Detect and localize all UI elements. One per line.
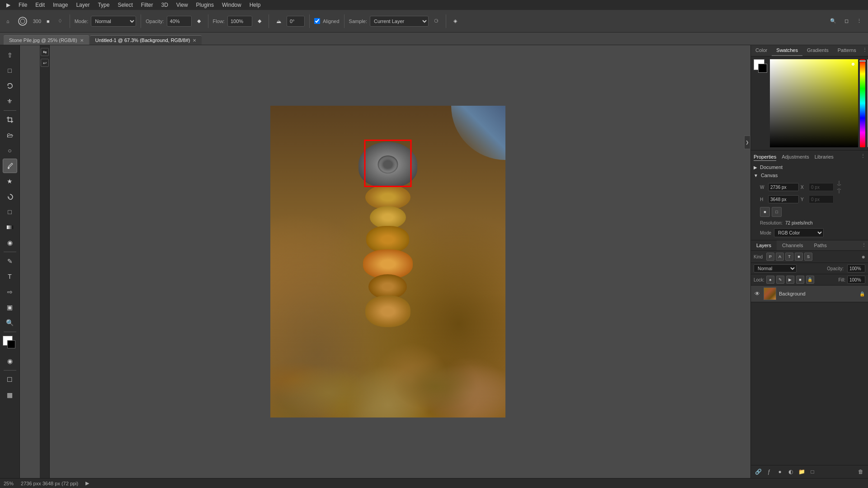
fill-canvas-btn[interactable]: □ xyxy=(772,207,782,217)
document-section-header[interactable]: ▶ Document xyxy=(754,164,865,170)
fit-canvas-btn[interactable]: ■ xyxy=(760,207,770,217)
search-btn[interactable]: 🔍 xyxy=(827,16,839,26)
flow-icon[interactable]: ◆ xyxy=(255,16,264,26)
smooth-btn[interactable]: ⛰ xyxy=(274,17,284,26)
tool-zoom[interactable]: 🔍 xyxy=(3,315,17,330)
swap-fg-bg[interactable]: ⇆ xyxy=(41,48,49,56)
tool-history-brush[interactable] xyxy=(3,189,17,204)
tab-adjustments[interactable]: Adjustments xyxy=(782,153,809,161)
tool-arrow[interactable]: ⇧ xyxy=(3,48,17,62)
lock-transparent[interactable]: ♠ xyxy=(766,276,774,284)
tab-stone-pile[interactable]: Stone Pile.jpg @ 25% (RGB/8) ✕ xyxy=(4,35,89,45)
opacity-input[interactable] xyxy=(167,16,192,27)
fill-input-layers[interactable] xyxy=(847,276,865,284)
tool-path-select[interactable]: ⇨ xyxy=(3,285,17,299)
tool-brush[interactable] xyxy=(3,159,17,173)
tool-select-rect[interactable]: □ xyxy=(3,63,17,78)
artboard[interactable]: ▦ xyxy=(3,388,17,402)
properties-menu[interactable]: ⋮ xyxy=(861,153,865,161)
menu-plugins[interactable]: Plugins xyxy=(193,1,217,9)
menu-type[interactable]: Type xyxy=(94,1,113,9)
bg-swatch[interactable] xyxy=(758,64,767,73)
opacity-input-layers[interactable] xyxy=(847,264,865,272)
angle-input[interactable] xyxy=(287,16,305,27)
menu-layer[interactable]: Layer xyxy=(72,1,93,9)
tab-layers[interactable]: Layers xyxy=(751,240,777,250)
tab-untitled-close[interactable]: ✕ xyxy=(193,38,196,43)
height-input[interactable] xyxy=(768,195,799,203)
tool-crop[interactable] xyxy=(3,113,17,127)
link-layers-btn[interactable]: 🔗 xyxy=(754,467,763,476)
aligned-checkbox[interactable] xyxy=(314,18,320,24)
tab-stone-pile-close[interactable]: ✕ xyxy=(80,38,84,43)
quick-mask[interactable]: ◉ xyxy=(3,354,17,368)
panel-collapse-btn[interactable]: ❯ xyxy=(744,136,750,149)
tool-clone-stamp[interactable]: ★ xyxy=(3,174,17,188)
filter-adjust[interactable]: A xyxy=(776,253,784,261)
add-mask-btn[interactable]: ● xyxy=(775,467,784,476)
menu-filter[interactable]: Filter xyxy=(137,1,157,9)
tool-healing[interactable]: ○ xyxy=(3,143,17,158)
x-input[interactable] xyxy=(809,183,834,191)
menu-view[interactable]: View xyxy=(173,1,192,9)
tool-blur[interactable]: ◉ xyxy=(3,235,17,250)
tool-gradient[interactable] xyxy=(3,220,17,235)
lock-artboard[interactable]: ■ xyxy=(796,276,804,284)
change-screen[interactable]: ☐ xyxy=(3,372,17,387)
menu-ps[interactable]: ▶ xyxy=(3,1,14,9)
tool-eraser[interactable]: □ xyxy=(3,205,17,219)
expand-btn[interactable]: ⋮ xyxy=(854,16,864,26)
lock-all[interactable]: 🔒 xyxy=(806,276,814,284)
bg-color-swatch[interactable] xyxy=(7,340,15,348)
tool-magic-wand[interactable]: ⚜ xyxy=(3,94,17,108)
tab-patterns[interactable]: Patterns xyxy=(833,45,861,56)
width-input[interactable] xyxy=(768,183,799,191)
lock-image[interactable]: ✎ xyxy=(776,276,784,284)
tool-pen[interactable]: ✎ xyxy=(3,254,17,268)
color-gradient-picker[interactable] xyxy=(770,59,858,147)
menu-image[interactable]: Image xyxy=(49,1,71,9)
sample-select[interactable]: Current Layer xyxy=(370,16,429,27)
tab-color[interactable]: Color xyxy=(751,45,772,56)
opacity-icon[interactable]: ◆ xyxy=(194,16,203,26)
tool-shape[interactable]: ▣ xyxy=(3,300,17,314)
tab-swatches[interactable]: Swatches xyxy=(772,45,802,56)
canvas-image[interactable] xyxy=(270,106,505,418)
tab-untitled[interactable]: Untitled-1 @ 67.3% (Background, RGB/8#) … xyxy=(90,35,202,45)
add-style-btn[interactable]: ƒ xyxy=(764,467,774,476)
airbrush-toggle[interactable]: ♢ xyxy=(55,16,65,26)
new-group-btn[interactable]: 📁 xyxy=(797,467,806,476)
tool-text[interactable]: T xyxy=(3,269,17,284)
delete-layer-btn[interactable]: 🗑 xyxy=(856,467,865,476)
menu-select[interactable]: Select xyxy=(114,1,136,9)
filter-text[interactable]: T xyxy=(785,253,793,261)
extra-option[interactable]: ◈ xyxy=(451,16,460,26)
tab-gradients[interactable]: Gradients xyxy=(802,45,833,56)
mode-select[interactable]: Normal xyxy=(91,16,136,27)
menu-3d[interactable]: 3D xyxy=(157,1,171,9)
canvas-section-header[interactable]: ▼ Canvas xyxy=(754,173,865,178)
new-layer-btn[interactable]: □ xyxy=(808,467,817,476)
y-input[interactable] xyxy=(809,195,834,203)
tool-lasso[interactable] xyxy=(3,79,17,93)
flow-input[interactable] xyxy=(227,16,252,27)
mode-select-props[interactable]: RGB Color xyxy=(774,228,824,237)
tab-paths[interactable]: Paths xyxy=(809,240,832,250)
sample-options[interactable]: ⚆ xyxy=(431,16,441,26)
menu-file[interactable]: File xyxy=(15,1,31,9)
filter-pixel[interactable]: P xyxy=(766,253,774,261)
layers-menu[interactable]: ⋮ xyxy=(860,240,868,250)
reset-colors[interactable]: ↩ xyxy=(41,59,49,67)
filter-toggle[interactable]: ● xyxy=(862,253,865,260)
tab-channels[interactable]: Channels xyxy=(777,240,808,250)
new-adjustment-btn[interactable]: ◐ xyxy=(786,467,795,476)
layer-visibility-btn[interactable]: 👁 xyxy=(754,290,761,297)
layer-background[interactable]: 👁 Background 🔒 xyxy=(751,286,868,302)
tool-home[interactable]: ⌂ xyxy=(4,17,12,26)
tool-eyedropper[interactable]: 🗁 xyxy=(3,128,17,142)
menu-edit[interactable]: Edit xyxy=(32,1,48,9)
tab-libraries[interactable]: Libraries xyxy=(815,153,834,161)
brush-toggle[interactable]: ■ xyxy=(44,17,52,26)
filter-smart[interactable]: S xyxy=(804,253,812,261)
menu-help[interactable]: Help xyxy=(246,1,264,9)
